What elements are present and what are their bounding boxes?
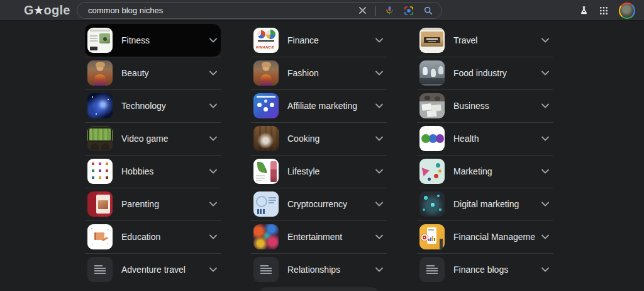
search-input[interactable] — [88, 6, 349, 15]
niche-label: Finance blogs — [453, 265, 535, 275]
affiliate-marketing-thumbnail — [253, 93, 279, 118]
niche-row-business[interactable]: Business — [417, 89, 553, 122]
chevron-down-icon[interactable] — [535, 103, 549, 108]
chevron-down-icon[interactable] — [535, 136, 549, 141]
labs-icon[interactable] — [579, 6, 589, 15]
list-icon — [253, 257, 279, 282]
niche-label: Health — [453, 134, 535, 144]
niche-column-1: FitnessBeautyTechnologyVideo gameHobbies… — [85, 24, 221, 286]
list-icon — [87, 257, 113, 282]
technology-thumbnail — [87, 93, 113, 118]
chevron-down-icon[interactable] — [203, 234, 217, 239]
niche-row-digital-marketing[interactable]: Digital marketing — [417, 188, 553, 220]
health-thumbnail — [419, 126, 445, 151]
niche-label: Digital marketing — [453, 199, 535, 209]
niche-label: Business — [453, 101, 535, 111]
niche-label: Beauty — [121, 68, 203, 78]
niche-row-parenting[interactable]: Parenting — [85, 188, 221, 220]
niche-row-financial-management[interactable]: Financial Management — [417, 220, 553, 253]
profile-avatar[interactable] — [619, 3, 635, 19]
chevron-down-icon[interactable] — [203, 71, 217, 76]
niche-label: Cooking — [287, 134, 369, 144]
chevron-down-icon[interactable] — [369, 202, 383, 207]
clear-search-icon[interactable] — [356, 4, 369, 17]
partial-card — [258, 287, 380, 291]
niche-row-beauty[interactable]: Beauty — [85, 57, 221, 89]
results-area: FitnessBeautyTechnologyVideo gameHobbies… — [0, 24, 644, 286]
search-icon[interactable] — [422, 4, 435, 17]
chevron-down-icon[interactable] — [369, 71, 383, 76]
niche-row-lifestyle[interactable]: Lifestyle — [251, 155, 387, 188]
niche-row-cooking[interactable]: Cooking — [251, 122, 387, 155]
niche-label: Hobbies — [121, 166, 203, 176]
chevron-down-icon[interactable] — [369, 136, 383, 141]
niche-row-entertainment[interactable]: Entertainment — [251, 220, 387, 253]
niche-label: Fashion — [287, 68, 369, 78]
chevron-down-icon[interactable] — [535, 267, 549, 272]
niche-row-education[interactable]: Education — [85, 220, 221, 253]
niche-label: Education — [121, 232, 203, 242]
niche-row-finance-blogs[interactable]: Finance blogs — [417, 253, 553, 286]
chevron-down-icon[interactable] — [203, 267, 217, 272]
chevron-down-icon[interactable] — [203, 136, 217, 141]
niche-label: Lifestyle — [287, 166, 369, 176]
niche-row-food-industry[interactable]: Food industry — [417, 57, 553, 89]
list-icon — [419, 257, 445, 282]
chevron-down-icon[interactable] — [369, 267, 383, 272]
lens-icon[interactable] — [402, 4, 415, 17]
business-thumbnail — [419, 93, 445, 118]
chevron-down-icon[interactable] — [535, 71, 549, 76]
niche-row-video-game[interactable]: Video game — [85, 122, 221, 155]
niche-label: Cryptocurrency — [287, 199, 369, 209]
chevron-down-icon[interactable] — [369, 169, 383, 174]
google-logo[interactable]: G★ogle — [24, 4, 70, 16]
video-game-thumbnail — [87, 126, 113, 151]
niche-row-travel[interactable]: Travel — [417, 24, 553, 57]
header-right-actions — [579, 0, 635, 21]
search-bar[interactable] — [77, 2, 442, 19]
niche-label: Entertainment — [287, 232, 369, 242]
niche-column-3: TravelFood industryBusinessHealthMarketi… — [417, 24, 553, 286]
logo-text-pre: G — [24, 3, 34, 17]
niche-row-finance[interactable]: FINANCEFinance — [251, 24, 387, 57]
niche-label: Fitness — [121, 35, 203, 45]
niche-row-marketing[interactable]: Marketing — [417, 155, 553, 188]
niche-row-technology[interactable]: Technology — [85, 89, 221, 122]
niche-row-cryptocurrency[interactable]: Cryptocurrency — [251, 188, 387, 220]
chevron-down-icon[interactable] — [535, 202, 549, 207]
niche-label: Relationships — [287, 265, 369, 275]
voice-search-icon[interactable] — [383, 4, 396, 17]
chevron-down-icon[interactable] — [369, 103, 383, 108]
niche-row-relationships[interactable]: Relationships — [251, 253, 387, 286]
search-divider — [375, 6, 376, 16]
chevron-down-icon[interactable] — [535, 169, 549, 174]
niche-row-fitness[interactable]: Fitness — [85, 24, 221, 57]
hobbies-thumbnail — [87, 159, 113, 184]
chevron-down-icon[interactable] — [535, 38, 549, 43]
chevron-down-icon[interactable] — [203, 202, 217, 207]
chevron-down-icon[interactable] — [369, 38, 383, 43]
chevron-down-icon[interactable] — [203, 38, 217, 43]
niche-row-hobbies[interactable]: Hobbies — [85, 155, 221, 188]
google-header: G★ogle — [0, 0, 644, 21]
finance-thumbnail: FINANCE — [253, 28, 279, 53]
chevron-down-icon[interactable] — [203, 169, 217, 174]
niche-row-adventure-travel[interactable]: Adventure travel — [85, 253, 221, 286]
travel-thumbnail — [419, 28, 445, 53]
marketing-thumbnail — [419, 159, 445, 184]
niche-row-fashion[interactable]: Fashion — [251, 57, 387, 89]
apps-grid-icon[interactable] — [599, 6, 609, 16]
thumbnail-text: FINANCE — [256, 45, 274, 49]
fashion-thumbnail — [253, 60, 279, 86]
chevron-down-icon[interactable] — [535, 234, 549, 239]
niche-row-health[interactable]: Health — [417, 122, 553, 155]
beauty-thumbnail — [87, 60, 113, 86]
niche-label: Marketing — [453, 166, 535, 176]
niche-row-affiliate-marketing[interactable]: Affiliate marketing — [251, 89, 387, 122]
chevron-down-icon[interactable] — [369, 234, 383, 239]
logo-text-post: ogle — [43, 3, 70, 17]
chevron-down-icon[interactable] — [203, 103, 217, 108]
niche-label: Finance — [287, 35, 369, 45]
fitness-thumbnail — [87, 28, 113, 53]
cryptocurrency-thumbnail — [253, 191, 279, 217]
